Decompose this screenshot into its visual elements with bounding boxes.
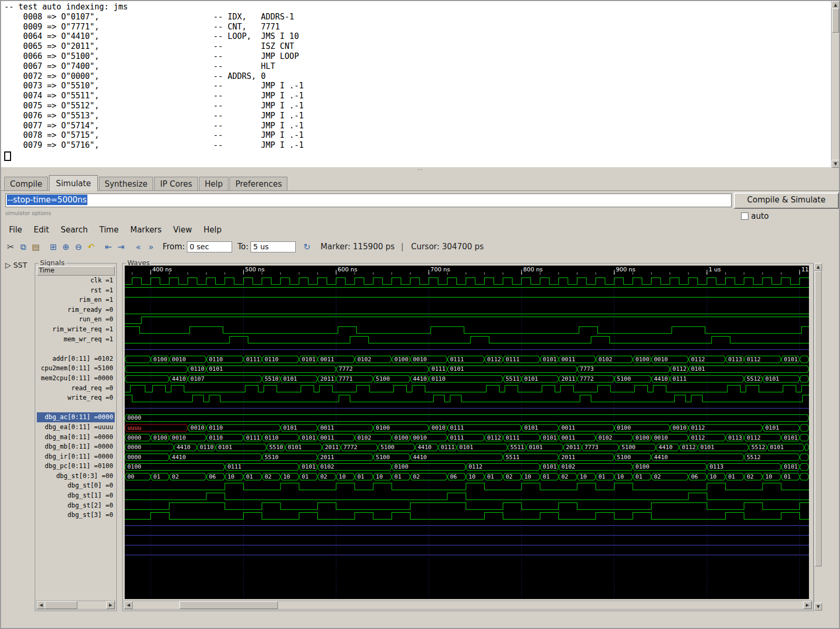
signal-row[interactable]: write_req =0 [37,393,115,403]
zoom-in-icon[interactable]: ⊕ [59,240,72,253]
signal-row[interactable]: cpu2mem[0:11] =5100 [37,363,115,373]
svg-text:1 us: 1 us [708,266,721,273]
svg-text:0100: 0100 [394,434,408,441]
waves-vscrollbar[interactable]: ▲ ▼ [814,263,822,610]
svg-text:5100: 5100 [617,454,631,461]
svg-text:0112: 0112 [747,434,761,441]
menu-help[interactable]: Help [198,223,227,237]
signal-row[interactable]: run_en =0 [37,314,115,324]
svg-text:4410: 4410 [413,454,427,461]
svg-text:0010: 0010 [413,434,427,441]
svg-text:02: 02 [320,473,327,480]
stop-time-input[interactable]: --stop-time=5000ns [5,194,732,207]
tab-synthesize[interactable]: Synthesize [99,177,154,190]
svg-text:0101: 0101 [283,376,297,382]
signal-row[interactable]: dbg_st[3] =0 [37,510,115,520]
signal-row[interactable]: mem2cpu[0:11] =0000 [37,373,115,383]
menu-view[interactable]: View [167,223,198,237]
svg-text:4410: 4410 [172,376,186,382]
waves-scroll-right-icon[interactable]: ▶ [803,601,812,609]
signal-row[interactable]: rim_ready =0 [37,305,115,315]
auto-label: auto [751,211,769,221]
wave-canvas[interactable]: 0100001001100111011001010011010201000010… [125,275,809,599]
svg-text:0101: 0101 [529,444,543,451]
menu-file[interactable]: File [3,223,28,237]
signal-row[interactable] [37,344,115,354]
sst-expander[interactable]: ▷ SST [5,261,27,269]
signals-hscrollbar[interactable]: ◀ ▶ [36,601,115,610]
marker-readout: Marker: 115900 ps [321,242,395,251]
code-editor-area[interactable]: -- test auto indexing: jms 0008 => O"010… [1,1,832,167]
fast-left-icon[interactable]: « [132,240,145,253]
signal-row[interactable]: clk =1 [37,276,115,286]
signals-hscrollbar-thumb[interactable] [45,601,77,609]
stop-time-value: --stop-time=5000ns [7,195,87,205]
signal-row[interactable]: addr[0:11] =0102 [37,354,115,364]
menu-search[interactable]: Search [55,223,94,237]
tab-ip-cores[interactable]: IP Cores [154,177,198,190]
waves-vscrollbar-thumb[interactable] [815,271,822,566]
editor-scrollbar-thumb[interactable] [832,8,839,33]
pane-splitter[interactable]: ··· [1,167,839,175]
signal-row[interactable]: dbg_st[0:3] =00 [37,471,115,481]
svg-text:400 ns: 400 ns [152,266,172,273]
cut-icon[interactable]: ✂ [4,240,17,253]
menu-time[interactable]: Time [94,223,125,237]
tab-compile[interactable]: Compile [4,177,48,190]
compile-simulate-button[interactable]: Compile & Simulate [734,192,839,209]
fast-right-icon[interactable]: » [145,240,157,253]
menu-edit[interactable]: Edit [28,223,55,237]
cursor-readout: Cursor: 304700 ps [411,242,484,251]
to-end-icon[interactable]: ⇥ [115,240,127,253]
tab-help[interactable]: Help [199,177,228,190]
undo-icon[interactable]: ↶ [85,240,97,253]
editor-scrollbar[interactable]: ▲ ▼ [831,1,839,167]
paste-icon[interactable]: ▤ [29,240,42,253]
waves-scroll-down-icon[interactable]: ▼ [814,603,822,611]
signal-row[interactable]: rim_write_req =1 [37,324,115,334]
signal-row[interactable]: dbg_pc[0:11] =0100 [37,461,115,471]
zoom-fit-icon[interactable]: ⊞ [47,240,59,253]
from-field[interactable]: 0 sec [187,241,232,252]
copy-icon[interactable]: ⧉ [17,240,29,253]
svg-text:0112: 0112 [673,366,687,372]
svg-text:0112: 0112 [691,424,705,431]
editor-scroll-up-icon[interactable]: ▲ [832,1,839,9]
svg-text:01: 01 [357,473,364,480]
auto-checkbox[interactable] [741,212,748,220]
signal-row[interactable]: dbg_st[2] =0 [37,501,115,511]
to-field[interactable]: 5 us [251,241,296,252]
svg-text:0110: 0110 [265,434,279,441]
signal-row[interactable]: dbg_ac[0:11] =0000 [37,412,115,422]
reload-icon[interactable]: ↻ [301,240,313,253]
waves-hscrollbar-thumb[interactable] [179,601,278,609]
menu-markers[interactable]: Markers [124,223,167,237]
waves-scroll-left-icon[interactable]: ◀ [124,601,133,609]
code-editor-text[interactable]: -- test auto indexing: jms 0008 => O"010… [1,1,832,150]
signals-scroll-left-icon[interactable]: ◀ [37,601,45,609]
signal-row[interactable]: dbg_st[1] =0 [37,491,115,501]
signal-row[interactable]: dbg_mb[0:11] =0000 [37,442,115,452]
editor-scroll-down-icon[interactable]: ▼ [832,160,839,168]
signal-row[interactable] [37,403,115,413]
svg-text:0100: 0100 [376,424,390,431]
to-start-icon[interactable]: ⇤ [102,240,115,253]
zoom-out-icon[interactable]: ⊖ [72,240,85,253]
signal-row[interactable]: dbg_ea[0:11] =uuuu [37,422,115,432]
tab-preferences[interactable]: Preferences [229,177,287,190]
time-header[interactable]: Time [37,266,115,276]
tab-simulate[interactable]: Simulate [49,175,97,191]
svg-text:0010: 0010 [654,356,668,363]
signal-row[interactable]: rim_en =1 [37,295,115,305]
signal-row[interactable]: rst =1 [37,286,115,296]
svg-text:7772: 7772 [339,366,353,372]
signal-row[interactable]: dbg_ir[0:11] =0000 [37,452,115,462]
signals-scroll-right-icon[interactable]: ▶ [106,601,115,609]
signal-row[interactable]: read_req =0 [37,383,115,393]
signal-row[interactable]: mem_wr_req =1 [37,334,115,344]
waves-hscrollbar[interactable]: ◀ ▶ [124,601,812,610]
signal-row[interactable]: dbg_st[0] =0 [37,481,115,491]
waves-scroll-up-icon[interactable]: ▲ [814,263,822,271]
svg-text:0102: 0102 [357,434,372,441]
signal-row[interactable]: dbg_ma[0:11] =0000 [37,432,115,442]
